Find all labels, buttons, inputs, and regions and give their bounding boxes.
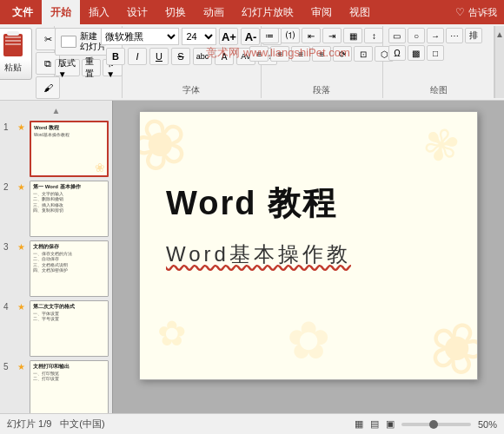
slide-2-title: 第一 Word 基本操作 — [33, 184, 105, 190]
para-row-2: ≡ ≡ ≡ ≡ ⟳ ⊡ ⬡ — [249, 46, 394, 62]
tab-view[interactable]: 视图 — [341, 0, 379, 24]
zoom-slider[interactable] — [401, 423, 471, 426]
font-color-button[interactable]: A — [215, 48, 234, 65]
reset-button[interactable]: 重置 — [82, 59, 101, 76]
deco-top-left: ❀ — [139, 111, 202, 192]
slide-3-content: 文档的保存 一、保存文档的方法二、自动保存三、文档格式说明四、文档加密保护 — [30, 241, 108, 296]
slide-2-thumb: 第一 Word 基本操作 一、文字的输入二、删除和撤销三、插入和修改四、复制和剪… — [30, 181, 109, 237]
justify-button[interactable]: ≡ — [312, 46, 331, 62]
tab-insert[interactable]: 插入 — [80, 0, 118, 24]
panel-scroll-up[interactable]: ▲ — [3, 106, 109, 115]
deco-center: ✿ — [287, 310, 330, 371]
slide-5-star: ★ — [17, 360, 26, 372]
ribbon: 文件 开始 插入 设计 切换 动画 幻灯片放映 审阅 视图 ♡ 告诉我 — [0, 0, 504, 101]
tab-review[interactable]: 审阅 — [302, 0, 341, 24]
shape-outline-btn[interactable]: □ — [427, 45, 444, 61]
slide-item-2[interactable]: 2 ★ 第一 Word 基本操作 一、文字的输入二、删除和撤销三、插入和修改四、… — [3, 181, 109, 237]
quick-styles[interactable]: Ω — [388, 45, 406, 61]
deco-top-right: ✾ — [417, 117, 466, 175]
slide-1-number: 1 — [3, 121, 14, 132]
text-direction-button[interactable]: ⟳ — [333, 46, 352, 62]
slide-count: 幻灯片 1/9 — [7, 418, 51, 431]
slide-3-body: 一、保存文档的方法二、自动保存三、文档格式说明四、文档加密保护 — [33, 252, 105, 273]
slide-1-deco: ❀ — [95, 161, 105, 174]
indent-less-button[interactable]: ⇤ — [302, 28, 321, 43]
slide-1-thumb: Word 教程 Word基本操作教程 ❀ — [30, 121, 109, 177]
slide-canvas: ❀ ❀ ✿ ✾ ✿ Word 教程 Word基本操作教 — [139, 111, 478, 380]
clipboard-controls: 粘贴 ✂ ⧉ 🖌 — [0, 28, 60, 99]
paragraph-label: 段落 — [313, 82, 330, 96]
group-drawing: ▭ ○ → ⋯ 排 Ω ▩ □ 绘图 — [383, 26, 494, 98]
slide-item-4[interactable]: 4 ★ 第二次文字的格式 一、字体设置二、字号设置 — [3, 300, 109, 357]
tab-home[interactable]: 开始 — [42, 0, 80, 24]
shape-circle[interactable]: ○ — [408, 28, 425, 43]
slide-4-number: 4 — [3, 300, 14, 312]
status-right: ▦ ▤ ▣ 50% — [355, 418, 497, 430]
drawing-label: 绘图 — [430, 82, 448, 96]
tab-file[interactable]: 文件 — [3, 0, 42, 24]
help-area: ♡ 告诉我 — [455, 6, 504, 19]
slide-5-thumb: 文档打印和输出 一、打印预览二、打印设置 — [30, 360, 109, 413]
shadow-button[interactable]: abc — [193, 48, 212, 65]
indent-more-button[interactable]: ⇥ — [322, 28, 342, 43]
ribbon-scroll-arrow[interactable]: ▲ — [494, 26, 504, 98]
shape-more[interactable]: ⋯ — [446, 28, 463, 43]
canvas-subtitle: Word基本操作教 — [166, 240, 468, 268]
group-font: 微软雅黑 24 A+ A- Aa B I U S abc A AV — [123, 26, 262, 98]
underline-button[interactable]: U — [149, 48, 169, 65]
align-right-button[interactable]: ≡ — [291, 46, 310, 62]
arrange-button[interactable]: 排 — [465, 28, 482, 43]
slide-3-number: 3 — [3, 240, 14, 252]
group-paragraph: ≔ ⑴ ⇤ ⇥ ▦ ↕ ≡ ≡ ≡ ≡ ⟳ ⊡ ⬡ 段落 — [262, 26, 383, 98]
slide-2-star: ★ — [17, 181, 26, 192]
tab-animations[interactable]: 动画 — [195, 0, 233, 24]
align-text-button[interactable]: ⊡ — [354, 46, 373, 62]
italic-button[interactable]: I — [128, 48, 147, 65]
slide-2-body: 一、文字的输入二、删除和撤销三、插入和修改四、复制和剪切 — [33, 192, 105, 214]
view-slide-button[interactable]: ▤ — [370, 418, 379, 430]
align-left-button[interactable]: ≡ — [249, 46, 269, 62]
ribbon-content: 粘贴 ✂ ⧉ 🖌 剪贴板 — [0, 24, 504, 101]
strikethrough-button[interactable]: S — [171, 48, 190, 65]
line-spacing-button[interactable]: ↕ — [364, 28, 383, 43]
slide-item-3[interactable]: 3 ★ 文档的保存 一、保存文档的方法二、自动保存三、文档格式说明四、文档加密保… — [3, 240, 109, 297]
numbering-button[interactable]: ⑴ — [281, 28, 300, 43]
font-size-select[interactable]: 24 — [182, 28, 216, 45]
slide-3-star: ★ — [17, 240, 26, 252]
drawing-controls: ▭ ○ → ⋯ 排 Ω ▩ □ — [388, 28, 488, 82]
layout-button[interactable]: 版式▼ — [55, 59, 80, 76]
shape-fill-btn[interactable]: ▩ — [408, 45, 425, 61]
columns-button[interactable]: ▦ — [343, 28, 362, 43]
slide-3-title: 文档的保存 — [33, 244, 105, 250]
slide-5-body: 一、打印预览二、打印设置 — [33, 372, 105, 383]
paste-button[interactable]: 粘贴 — [0, 28, 32, 80]
slide-5-content: 文档打印和输出 一、打印预览二、打印设置 — [30, 361, 108, 413]
deco-bottom-right: ❀ — [415, 299, 478, 380]
zoom-thumb — [429, 420, 438, 429]
new-slide-icon — [61, 36, 76, 48]
slide-1-body: Word基本操作教程 — [34, 133, 104, 138]
align-center-button[interactable]: ≡ — [270, 46, 289, 62]
shape-arrow[interactable]: → — [427, 28, 444, 43]
paste-icon — [1, 34, 25, 62]
font-size-increase[interactable]: A+ — [219, 28, 238, 45]
font-face-select[interactable]: 微软雅黑 — [101, 28, 179, 45]
tab-row: 文件 开始 插入 设计 切换 动画 幻灯片放映 审阅 视图 ♡ 告诉我 — [0, 0, 504, 24]
tab-slideshow[interactable]: 幻灯片放映 — [233, 0, 302, 24]
bold-button[interactable]: B — [106, 48, 125, 65]
language: 中文(中国) — [60, 418, 104, 431]
shape-rect[interactable]: ▭ — [388, 28, 406, 43]
zoom-level: 50% — [478, 419, 497, 430]
tab-transitions[interactable]: 切换 — [156, 0, 195, 24]
bullets-button[interactable]: ≔ — [260, 28, 279, 43]
slide-4-content: 第二次文字的格式 一、字体设置二、字号设置 — [30, 301, 108, 356]
view-reading-button[interactable]: ▣ — [386, 418, 395, 430]
tab-design[interactable]: 设计 — [118, 0, 156, 24]
status-bar: 幻灯片 1/9 中文(中国) ▦ ▤ ▣ 50% — [0, 413, 504, 434]
canvas-main-title: Word 教程 — [166, 181, 468, 226]
slide-4-body: 一、字体设置二、字号设置 — [33, 312, 105, 323]
slide-item-5[interactable]: 5 ★ 文档打印和输出 一、打印预览二、打印设置 — [3, 360, 109, 413]
slide-5-number: 5 — [3, 360, 14, 372]
view-normal-button[interactable]: ▦ — [355, 418, 363, 430]
slide-item-1[interactable]: 1 ★ Word 教程 Word基本操作教程 ❀ — [3, 121, 109, 177]
